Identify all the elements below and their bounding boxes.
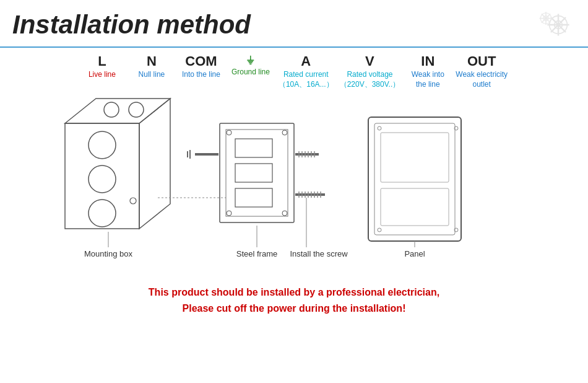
svg-rect-50 xyxy=(368,117,461,241)
warning-line-1: This product should be installed by a pr… xyxy=(12,284,576,301)
svg-text:Mounting box: Mounting box xyxy=(84,249,133,258)
svg-rect-52 xyxy=(381,133,449,182)
legend-symbol-com: COM xyxy=(185,54,217,69)
legend-symbol-a: A xyxy=(301,54,311,69)
svg-rect-24 xyxy=(235,139,272,157)
svg-point-30 xyxy=(282,211,287,216)
legend-symbol-in: IN xyxy=(421,54,435,69)
legend-symbol-l: L xyxy=(98,54,106,69)
svg-rect-53 xyxy=(381,188,449,226)
svg-marker-12 xyxy=(65,123,139,229)
svg-point-27 xyxy=(227,130,231,135)
diagram-svg: Mounting box Steel frame Install the scr… xyxy=(15,74,573,278)
svg-marker-14 xyxy=(139,99,170,229)
installation-diagram: Mounting box Steel frame Install the scr… xyxy=(0,92,588,278)
svg-point-18 xyxy=(104,102,119,117)
legend-symbol-ground: ⏚ xyxy=(247,54,254,66)
warning-line-2: Please cut off the power during the inst… xyxy=(12,301,576,317)
svg-text:Install the screw: Install the screw xyxy=(290,249,348,258)
legend-symbol-n: N xyxy=(147,54,157,69)
svg-point-16 xyxy=(89,165,116,193)
svg-point-56 xyxy=(378,228,381,232)
svg-text:Panel: Panel xyxy=(404,249,425,258)
gear-icon xyxy=(526,6,576,43)
svg-point-15 xyxy=(89,131,116,159)
legend-symbol-v: V xyxy=(365,54,374,69)
svg-rect-26 xyxy=(235,188,272,207)
svg-rect-51 xyxy=(374,123,455,235)
svg-point-19 xyxy=(129,102,144,117)
svg-point-17 xyxy=(89,200,116,227)
svg-point-20 xyxy=(130,198,136,204)
svg-point-29 xyxy=(227,211,231,216)
legend-symbol-out: OUT xyxy=(467,54,496,69)
svg-text:Steel frame: Steel frame xyxy=(236,249,277,258)
svg-rect-25 xyxy=(235,164,272,182)
warning-section: This product should be installed by a pr… xyxy=(0,278,588,322)
svg-point-28 xyxy=(282,130,287,135)
page-header: Installation method xyxy=(0,0,588,48)
svg-point-54 xyxy=(378,126,381,130)
svg-rect-22 xyxy=(220,123,294,222)
page-title: Installation method xyxy=(12,10,251,40)
